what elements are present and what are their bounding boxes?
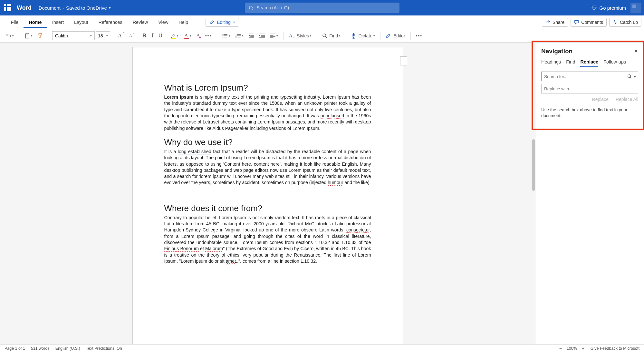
search-box[interactable]: Search (Alt + Q) <box>245 3 399 13</box>
heading-1: What is Lorem Ipsum? <box>164 83 371 93</box>
chevron-down-icon: ▾ <box>233 20 235 24</box>
catchup-button[interactable]: Catch up <box>609 18 641 27</box>
zoom-in-button[interactable]: + <box>581 346 585 351</box>
styles-button[interactable]: A/ Styles ▾ <box>287 32 313 40</box>
dictate-button[interactable]: Dictate ▾ <box>349 32 377 40</box>
word-count[interactable]: 511 words <box>31 346 50 351</box>
menu-file[interactable]: File <box>6 16 24 28</box>
svg-rect-9 <box>224 37 228 37</box>
italic-button[interactable]: I <box>149 31 155 40</box>
svg-rect-22 <box>261 36 265 37</box>
search-for-input[interactable] <box>544 74 627 79</box>
bold-button[interactable]: B <box>140 31 148 40</box>
svg-rect-20 <box>259 34 265 34</box>
shrink-font-button[interactable]: Aˇ <box>127 32 136 40</box>
underline-button[interactable]: U <box>157 32 164 40</box>
navigation-tabs: Headings Find Replace Follow-ups <box>541 59 638 67</box>
replace-with-input[interactable] <box>544 86 635 91</box>
svg-point-31 <box>628 75 631 78</box>
more-commands-button[interactable]: ••• <box>414 32 425 40</box>
svg-rect-24 <box>270 34 275 34</box>
account-avatar[interactable] <box>630 3 641 13</box>
search-icon[interactable] <box>627 74 632 79</box>
app-launcher-icon[interactable] <box>3 3 12 12</box>
bullets-button[interactable]: ▾ <box>220 32 232 39</box>
editing-label: Editing <box>217 20 231 25</box>
svg-rect-25 <box>270 35 274 35</box>
menu-references[interactable]: References <box>93 16 127 28</box>
replace-with-field[interactable] <box>541 84 638 93</box>
document-name: Document <box>39 5 61 11</box>
comment-icon <box>574 20 579 24</box>
replace-all-button[interactable]: Replace All <box>616 97 638 102</box>
comments-button[interactable]: Comments <box>571 18 607 27</box>
format-painter-button[interactable] <box>36 32 45 40</box>
svg-rect-11 <box>237 34 241 34</box>
menu-home[interactable]: Home <box>24 16 47 28</box>
search-placeholder: Search (Alt + Q) <box>257 5 289 10</box>
menu-insert[interactable]: Insert <box>47 16 69 28</box>
save-status: Saved to OneDrive <box>66 5 107 11</box>
font-size-value: 18 <box>98 33 103 38</box>
editing-mode-button[interactable]: Editing ▾ <box>206 18 239 27</box>
replace-button[interactable]: Replace <box>592 97 609 102</box>
document-title[interactable]: Document - Saved to OneDrive ▾ <box>39 5 111 11</box>
navigation-hint: Use the search box above to find text in… <box>541 107 638 119</box>
styles-icon: A <box>289 33 293 39</box>
svg-rect-30 <box>353 33 355 36</box>
svg-rect-23 <box>259 37 265 38</box>
app-name: Word <box>17 5 32 11</box>
highlight-icon: 🖊 <box>171 33 176 38</box>
svg-rect-27 <box>270 37 274 38</box>
svg-line-1 <box>252 9 253 10</box>
zoom-value[interactable]: 100% <box>567 346 577 351</box>
font-color-button[interactable]: A ▾ <box>182 32 193 40</box>
font-size-select[interactable]: 18 ▾ <box>96 31 110 40</box>
share-button[interactable]: Share <box>542 18 568 27</box>
align-button[interactable]: ▾ <box>268 32 280 39</box>
document-page[interactable]: What is Lorem Ipsum? Lorem Ipsum is simp… <box>132 47 403 344</box>
find-button[interactable]: Find ▾ <box>320 32 342 40</box>
grow-font-button[interactable]: Aˆ <box>116 31 126 40</box>
page-indicator[interactable]: Page 1 of 1 <box>5 346 25 351</box>
svg-rect-16 <box>249 34 254 34</box>
tab-followups[interactable]: Follow-ups <box>603 59 626 67</box>
undo-button[interactable]: ▾ <box>4 32 16 40</box>
editor-button[interactable]: Editor <box>384 32 407 40</box>
chevron-down-icon: ▾ <box>90 34 92 37</box>
clear-formatting-button[interactable]: A◆ <box>195 32 202 40</box>
menu-layout[interactable]: Layout <box>69 16 93 28</box>
increase-indent-button[interactable] <box>257 32 267 39</box>
text-predictions-indicator[interactable]: Text Predictions: On <box>86 346 122 351</box>
decrease-indent-button[interactable] <box>247 32 256 39</box>
find-label: Find <box>329 33 338 38</box>
chevron-down-icon[interactable]: ▾ <box>634 74 636 79</box>
go-premium-button[interactable]: Go premium <box>591 5 626 11</box>
search-for-field[interactable]: ▾ <box>541 72 638 81</box>
tab-headings[interactable]: Headings <box>541 59 561 67</box>
menu-help[interactable]: Help <box>173 16 193 28</box>
more-font-button[interactable]: ••• <box>203 32 214 40</box>
scrollbar-thumb[interactable] <box>532 139 535 191</box>
close-icon[interactable]: ✕ <box>634 48 638 54</box>
tab-replace[interactable]: Replace <box>580 59 598 67</box>
chevron-down-icon: ▾ <box>109 6 111 10</box>
language-indicator[interactable]: English (U.S.) <box>55 346 80 351</box>
tab-find[interactable]: Find <box>566 59 575 67</box>
svg-point-8 <box>223 36 224 37</box>
highlight-color-button[interactable]: 🖊 ▾ <box>169 32 180 40</box>
svg-rect-2 <box>25 34 29 38</box>
menu-review[interactable]: Review <box>128 16 153 28</box>
document-scroll-area[interactable]: What is Lorem Ipsum? Lorem Ipsum is simp… <box>0 43 535 344</box>
font-name-select[interactable]: Calibri ▾ <box>52 31 95 40</box>
numbering-button[interactable]: 123 ▾ <box>234 32 245 39</box>
navigation-title: Navigation <box>541 48 572 55</box>
header-handle[interactable] <box>400 56 407 65</box>
styles-label: Styles <box>297 33 309 38</box>
paste-button[interactable]: ▾ <box>23 31 34 40</box>
menu-view[interactable]: View <box>153 16 173 28</box>
activity-icon <box>613 20 618 24</box>
zoom-out-button[interactable]: − <box>558 346 563 351</box>
feedback-link[interactable]: Give Feedback to Microsoft <box>591 346 639 351</box>
svg-point-4 <box>223 34 224 35</box>
